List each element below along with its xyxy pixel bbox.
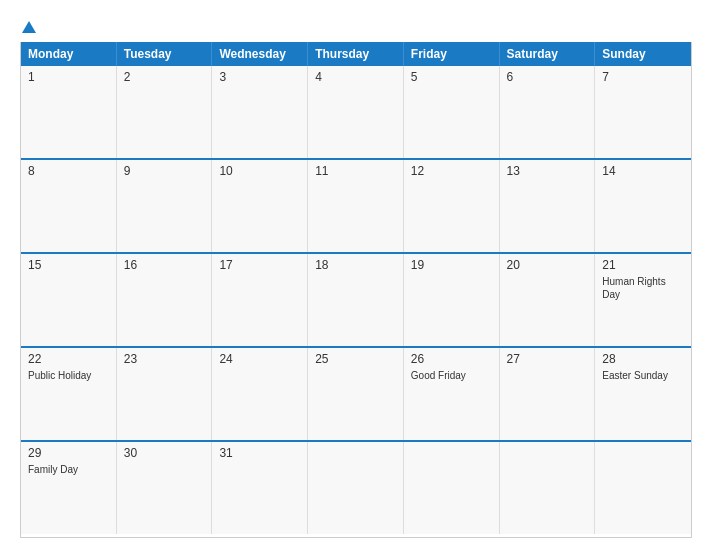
day-number: 15 [28,258,109,272]
day-number: 18 [315,258,396,272]
day-number: 31 [219,446,300,460]
calendar-cell: 2 [117,66,213,158]
day-number: 22 [28,352,109,366]
calendar-cell: 19 [404,254,500,346]
day-number: 3 [219,70,300,84]
day-number: 10 [219,164,300,178]
calendar-week-3: 15161718192021Human Rights Day [21,254,691,348]
header-day-wednesday: Wednesday [212,42,308,66]
calendar-cell: 18 [308,254,404,346]
logo-general [20,18,36,34]
calendar-cell: 5 [404,66,500,158]
calendar-cell: 4 [308,66,404,158]
calendar-cell: 13 [500,160,596,252]
calendar-cell: 17 [212,254,308,346]
calendar-week-1: 1234567 [21,66,691,160]
calendar-cell: 6 [500,66,596,158]
calendar-cell: 25 [308,348,404,440]
header-day-friday: Friday [404,42,500,66]
day-number: 21 [602,258,684,272]
event-label: Easter Sunday [602,369,684,382]
calendar-cell: 8 [21,160,117,252]
day-number: 19 [411,258,492,272]
calendar-cell: 3 [212,66,308,158]
calendar-cell: 1 [21,66,117,158]
day-number: 11 [315,164,396,178]
calendar-cell: 9 [117,160,213,252]
event-label: Family Day [28,463,109,476]
calendar-cell: 27 [500,348,596,440]
calendar-cell [404,442,500,534]
day-number: 14 [602,164,684,178]
day-number: 2 [124,70,205,84]
calendar-cell: 23 [117,348,213,440]
calendar-cell: 28Easter Sunday [595,348,691,440]
event-label: Public Holiday [28,369,109,382]
day-number: 9 [124,164,205,178]
calendar-cell [595,442,691,534]
calendar-cell: 31 [212,442,308,534]
calendar-week-5: 29Family Day3031 [21,442,691,534]
day-number: 30 [124,446,205,460]
header-day-sunday: Sunday [595,42,691,66]
calendar-cell: 30 [117,442,213,534]
calendar-cell: 15 [21,254,117,346]
calendar-body: 123456789101112131415161718192021Human R… [21,66,691,534]
calendar-cell: 22Public Holiday [21,348,117,440]
calendar-cell: 26Good Friday [404,348,500,440]
calendar-cell: 20 [500,254,596,346]
calendar-cell: 29Family Day [21,442,117,534]
calendar-cell: 24 [212,348,308,440]
header-day-saturday: Saturday [500,42,596,66]
calendar-cell: 10 [212,160,308,252]
day-number: 25 [315,352,396,366]
day-number: 27 [507,352,588,366]
day-number: 8 [28,164,109,178]
day-number: 26 [411,352,492,366]
calendar-cell: 21Human Rights Day [595,254,691,346]
day-number: 24 [219,352,300,366]
day-number: 16 [124,258,205,272]
day-number: 7 [602,70,684,84]
logo-triangle-icon [22,21,36,33]
day-number: 17 [219,258,300,272]
calendar-cell [308,442,404,534]
event-label: Human Rights Day [602,275,684,301]
day-number: 4 [315,70,396,84]
day-number: 13 [507,164,588,178]
calendar-grid: MondayTuesdayWednesdayThursdayFridaySatu… [20,42,692,538]
header-day-monday: Monday [21,42,117,66]
calendar-week-2: 891011121314 [21,160,691,254]
day-number: 29 [28,446,109,460]
day-number: 6 [507,70,588,84]
day-number: 20 [507,258,588,272]
header [20,18,692,34]
day-number: 23 [124,352,205,366]
calendar-cell: 12 [404,160,500,252]
calendar-cell: 11 [308,160,404,252]
calendar-header-row: MondayTuesdayWednesdayThursdayFridaySatu… [21,42,691,66]
day-number: 1 [28,70,109,84]
calendar-cell: 14 [595,160,691,252]
day-number: 12 [411,164,492,178]
calendar-page: MondayTuesdayWednesdayThursdayFridaySatu… [0,0,712,550]
header-day-tuesday: Tuesday [117,42,213,66]
header-day-thursday: Thursday [308,42,404,66]
calendar-cell: 7 [595,66,691,158]
calendar-week-4: 22Public Holiday23242526Good Friday2728E… [21,348,691,442]
calendar-cell: 16 [117,254,213,346]
event-label: Good Friday [411,369,492,382]
logo [20,18,36,34]
day-number: 28 [602,352,684,366]
calendar-cell [500,442,596,534]
day-number: 5 [411,70,492,84]
